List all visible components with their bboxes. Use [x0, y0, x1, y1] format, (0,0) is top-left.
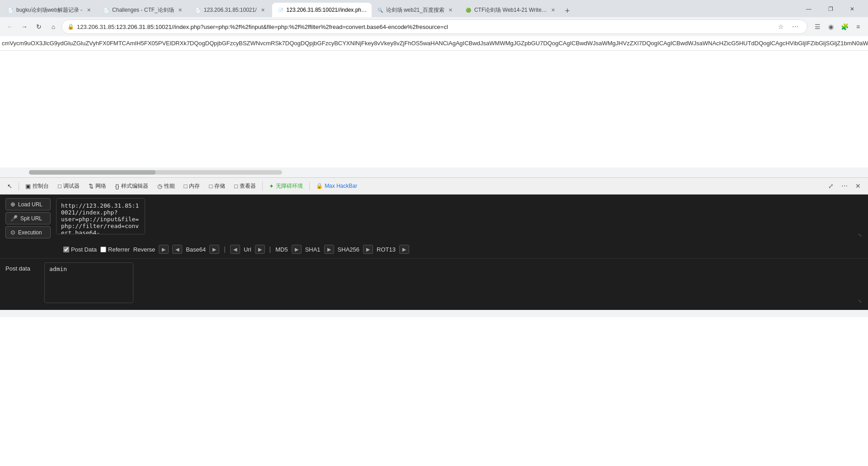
devtools-pointer[interactable]: ↖ — [4, 181, 16, 191]
more-button[interactable]: ⋯ — [789, 20, 802, 33]
referrer-label[interactable]: Referrer — [108, 246, 130, 253]
toolbar-separator-1 — [19, 181, 19, 190]
rot13-button[interactable]: ▶ — [399, 245, 409, 254]
tab-3-favicon: 📄 — [195, 7, 201, 13]
sha256-button[interactable]: ▶ — [363, 245, 373, 254]
tab-1-close[interactable]: ✕ — [85, 6, 92, 14]
new-tab-button[interactable]: + — [561, 5, 574, 17]
postdata-label: Post data — [5, 262, 37, 272]
lock-icon: 🔒 — [67, 24, 74, 30]
tab-2-label: Challenges - CTF_论剑场 — [112, 6, 174, 14]
memory-icon: □ — [184, 183, 188, 190]
bookmarks-button[interactable]: ☰ — [811, 20, 824, 33]
devtools-right-buttons: ⤢ ⋯ ✕ — [825, 180, 864, 192]
profile-button[interactable]: ◉ — [825, 20, 837, 33]
storage-label: 存储 — [214, 182, 225, 190]
devtools-network[interactable]: ⇅ 网络 — [85, 181, 110, 192]
toolbar-separator-2 — [262, 181, 263, 190]
reverse-decode-button[interactable]: ◀ — [172, 245, 182, 254]
execution-button[interactable]: ⊙ Execution — [5, 226, 51, 238]
devtools-expand-button[interactable]: ⤢ — [825, 180, 837, 192]
forward-button[interactable]: → — [18, 20, 31, 33]
textarea-resize-handle[interactable]: ⤡ — [858, 233, 862, 238]
address-input-wrap[interactable]: 🔒 123.206.31.85:123.206.31.85:10021//ind… — [61, 19, 807, 34]
hackbar-action-buttons: ⊕ Load URL 🎤 Spit URL ⊙ Execution — [5, 198, 51, 238]
devtools-console[interactable]: ▣ 控制台 — [22, 181, 52, 192]
split-url-button[interactable]: 🎤 Spit URL — [5, 212, 51, 224]
home-button[interactable]: ⌂ — [47, 20, 60, 33]
devtools-toolbar: ↖ ▣ 控制台 □ 调试器 ⇅ 网络 {} 样式编辑器 ◷ 性能 □ 内存 □ … — [0, 177, 868, 195]
tab-5[interactable]: 🔍 论剑场 web21_百度搜索 ✕ — [372, 3, 460, 17]
scroll-thumb[interactable] — [29, 170, 156, 175]
devtools-storage[interactable]: □ 存储 — [205, 181, 229, 192]
devtools-memory[interactable]: □ 内存 — [180, 181, 204, 192]
tab-2-close[interactable]: ✕ — [177, 6, 184, 14]
tab-2[interactable]: 📄 Challenges - CTF_论剑场 ✕ — [98, 3, 189, 17]
devtools-accessibility[interactable]: ✦ 无障碍环境 — [265, 181, 307, 192]
console-icon: ▣ — [25, 183, 31, 190]
tab-6-favicon: 🟢 — [465, 7, 472, 13]
tab-3-label: 123.206.31.85:10021/ — [204, 7, 257, 13]
hackbar-panel: ⊕ Load URL 🎤 Spit URL ⊙ Execution http:/… — [0, 195, 868, 310]
postdata-input[interactable]: admin — [44, 262, 133, 303]
close-button[interactable]: ✕ — [842, 3, 863, 15]
extensions-button[interactable]: 🧩 — [838, 20, 851, 33]
execution-icon: ⊙ — [10, 229, 15, 236]
post-data-label[interactable]: Post Data — [71, 246, 97, 253]
browser-menu-button[interactable]: ≡ — [852, 20, 864, 33]
postdata-resize-handle[interactable]: ⤡ — [858, 299, 862, 304]
accessibility-icon: ✦ — [269, 183, 274, 190]
toolbar-separator-3 — [309, 181, 310, 190]
devtools-style[interactable]: {} 样式编辑器 — [112, 181, 152, 192]
browser-window: 📄 bugku论剑场web解题记录 - ✕ 📄 Challenges - CTF… — [0, 0, 868, 317]
devtools-more-button[interactable]: ⋯ — [838, 180, 851, 192]
tab-4-close[interactable]: ✕ — [369, 6, 372, 14]
refresh-button[interactable]: ↻ — [33, 20, 45, 33]
horizontal-scrollbar[interactable] — [0, 167, 868, 177]
md5-label: MD5 — [275, 246, 288, 253]
reverse-encode-button[interactable]: ▶ — [159, 245, 169, 254]
base64-decode-button[interactable]: ◀ — [230, 245, 240, 254]
devtools-inspector[interactable]: □ 查看器 — [231, 181, 259, 192]
base64-encode-button[interactable]: ▶ — [209, 245, 219, 254]
bookmark-button[interactable]: ☆ — [774, 20, 787, 33]
inspector-label: 查看器 — [240, 182, 256, 190]
hackbar-lock-icon: 🔒 — [316, 183, 323, 189]
bottom-scrollbar[interactable] — [0, 310, 868, 317]
referrer-checkbox-group: Referrer — [100, 246, 130, 253]
address-path: 123.206.31.85:10021//index.php?user=php:… — [116, 24, 448, 30]
tab-1-label: bugku论剑场web解题记录 - — [16, 6, 82, 14]
post-data-checkbox[interactable] — [63, 247, 69, 252]
sha1-button[interactable]: ▶ — [324, 245, 334, 254]
minimize-button[interactable]: — — [798, 3, 819, 15]
style-icon: {} — [115, 183, 119, 190]
tab-6-label: CTF论剑场 Web14-21 Write… — [474, 6, 547, 14]
memory-label: 内存 — [189, 182, 200, 190]
address-host: 123.206.31.85: — [77, 24, 116, 30]
devtools-debugger[interactable]: □ 调试器 — [54, 181, 83, 192]
tab-4[interactable]: 📄 123.206.31.85:10021//index.ph… ✕ — [272, 3, 372, 17]
performance-icon: ◷ — [157, 183, 162, 190]
load-url-button[interactable]: ⊕ Load URL — [5, 198, 51, 210]
tab-6[interactable]: 🟢 CTF论剑场 Web14-21 Write… ✕ — [460, 3, 559, 17]
devtools-performance[interactable]: ◷ 性能 — [154, 181, 179, 192]
base64-content: cmVycm9uOX3JlcG9ydGluZGluZVyhFX0FMTCAmIH… — [0, 36, 868, 51]
hackbar-url-input[interactable]: http://123.206.31.85:10021//index.php?us… — [56, 198, 145, 234]
tab-6-close[interactable]: ✕ — [550, 6, 557, 14]
back-button[interactable]: ← — [4, 20, 16, 33]
devtools-hackbar[interactable]: 🔒 Max HackBar — [312, 181, 361, 191]
tab-1[interactable]: 📄 bugku论剑场web解题记录 - ✕ — [2, 3, 98, 17]
inspector-icon: □ — [234, 183, 238, 190]
referrer-checkbox[interactable] — [100, 247, 106, 252]
tab-3[interactable]: 📄 123.206.31.85:10021/ ✕ — [189, 3, 272, 17]
url-encode-button[interactable]: ▶ — [255, 245, 265, 254]
window-controls: — ❐ ✕ — [798, 3, 866, 17]
tab-3-close[interactable]: ✕ — [259, 6, 267, 14]
tab-5-close[interactable]: ✕ — [447, 6, 454, 14]
devtools-close-button[interactable]: ✕ — [852, 180, 864, 192]
url-label: Url — [244, 246, 251, 253]
scroll-track — [29, 170, 282, 175]
sha1-label: SHA1 — [305, 246, 321, 253]
restore-button[interactable]: ❐ — [820, 3, 841, 15]
md5-button[interactable]: ▶ — [292, 245, 302, 254]
